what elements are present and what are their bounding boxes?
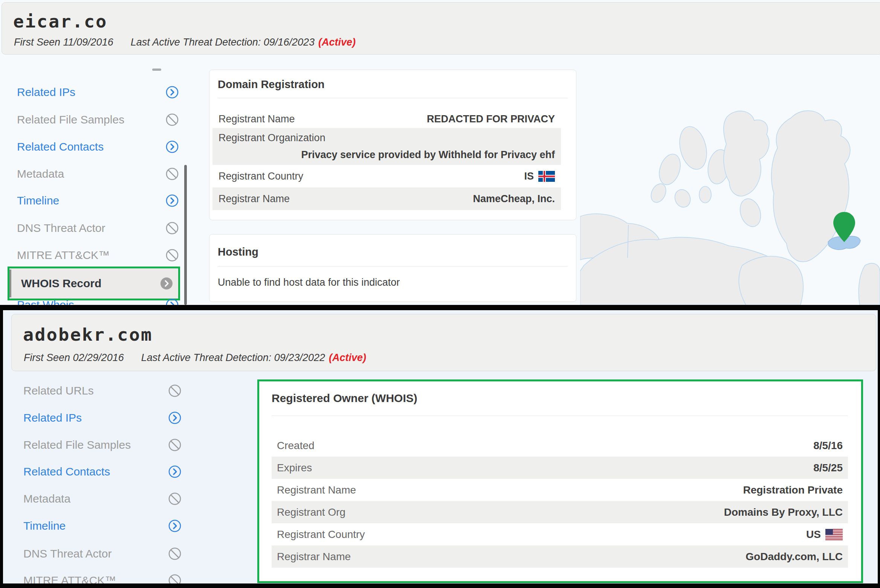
card-title: Registered Owner (WHOIS): [272, 392, 417, 405]
clipped-icon-above: [152, 69, 161, 71]
sidebar-item-related-file-samples: Related File Samples: [17, 112, 179, 127]
row-value: Privacy service provided by Withheld for…: [218, 149, 555, 161]
table-row: Registrant Name REDACTED FOR PRIVACY: [212, 110, 561, 128]
row-label: Registrant Org: [277, 506, 345, 518]
sidebar-item-mitre-attack: MITRE ATT&CK™: [23, 573, 182, 583]
chevron-circle-icon[interactable]: [165, 140, 179, 154]
sidebar-item-label: Past Whois: [17, 299, 74, 305]
table-row: Registrar Name GoDaddy.com, LLC: [272, 545, 848, 568]
no-entry-icon: [165, 221, 179, 235]
no-entry-icon: [165, 248, 179, 262]
sidebar-item-past-whois[interactable]: Past Whois: [17, 297, 179, 305]
row-value: Registration Private: [743, 484, 843, 496]
domain-registration-card: Domain Registration Registrant Name REDA…: [209, 70, 576, 220]
row-label: Registrar Name: [277, 551, 351, 563]
chevron-circle-icon[interactable]: [165, 298, 179, 305]
sidebar-item-label: MITRE ATT&CK™: [17, 249, 110, 262]
screenshot-eicar: eicar.co First Seen 11/09/2016 Last Acti…: [0, 0, 880, 305]
registered-owner-card: Registered Owner (WHOIS) Created 8/5/16 …: [259, 381, 861, 581]
sidebar-item-related-contacts[interactable]: Related Contacts: [17, 139, 179, 154]
table-row: Registrant Country IS: [212, 165, 561, 187]
sidebar-item-label: Related Contacts: [23, 465, 110, 478]
divider: [272, 416, 848, 416]
screenshot-adobekr-frame: adobekr.com First Seen 02/29/2016 Last A…: [0, 305, 880, 588]
chevron-circle-icon[interactable]: [168, 411, 182, 425]
sidebar-item-dns-threat-actor: DNS Threat Actor: [23, 546, 182, 562]
sidebar-item-label: Related URLs: [23, 384, 94, 397]
table-row: Registrant Org Domains By Proxy, LLC: [272, 501, 848, 523]
sidebar-item-label: Related File Samples: [23, 439, 131, 451]
no-entry-icon: [168, 492, 182, 506]
last-active-text: Last Active Threat Detection: 09/23/2022: [141, 352, 325, 364]
page-title: eicar.co: [13, 11, 107, 32]
chevron-circle-icon[interactable]: [168, 519, 182, 533]
table-row: Expires 8/5/25: [272, 457, 848, 479]
row-label: Registrar Name: [218, 193, 290, 205]
page-title: adobekr.com: [23, 324, 153, 345]
sidebar-scrollbar[interactable]: [184, 165, 187, 305]
first-seen-text: First Seen 11/09/2016: [14, 37, 113, 48]
sidebar-item-label: Timeline: [17, 194, 59, 207]
table-row: Created 8/5/16: [272, 434, 848, 457]
row-label: Registrant Name: [277, 484, 356, 496]
annotation-box-whois-record: [8, 267, 180, 300]
sidebar-item-timeline[interactable]: Timeline: [23, 518, 182, 534]
row-label: Created: [277, 440, 315, 452]
card-title: Domain Registration: [218, 78, 325, 91]
row-value: IS: [524, 171, 534, 182]
iceland-flag-icon: [538, 171, 555, 182]
sidebar-item-metadata: Metadata: [17, 166, 179, 181]
row-value: 8/5/25: [813, 462, 843, 474]
screenshot-adobekr: adobekr.com First Seen 02/29/2016 Last A…: [3, 310, 878, 583]
first-seen-text: First Seen 02/29/2016: [24, 352, 124, 364]
chevron-circle-icon[interactable]: [165, 85, 179, 99]
row-value: NameCheap, Inc.: [473, 193, 555, 205]
hosting-card: Hosting Unable to find host data for thi…: [209, 234, 576, 302]
table-row: Registrant Organization Privacy service …: [212, 128, 561, 165]
sidebar-item-related-file-samples: Related File Samples: [23, 437, 182, 453]
sidebar-item-label: MITRE ATT&CK™: [23, 574, 116, 583]
row-label: Expires: [277, 462, 312, 474]
row-label: Registrant Organization: [218, 132, 555, 144]
sidebar-item-metadata: Metadata: [23, 491, 182, 507]
row-value: Domains By Proxy, LLC: [724, 506, 843, 518]
row-value: GoDaddy.com, LLC: [746, 551, 843, 563]
sidebar-item-related-ips[interactable]: Related IPs: [23, 410, 182, 426]
no-entry-icon: [168, 574, 182, 583]
sidebar-item-label: DNS Threat Actor: [23, 547, 112, 560]
row-label: Registrant Country: [218, 171, 303, 182]
no-entry-icon: [168, 384, 182, 398]
chevron-circle-icon[interactable]: [165, 194, 179, 207]
sidebar-item-dns-threat-actor: DNS Threat Actor: [17, 221, 179, 236]
sidebar-item-related-urls: Related URLs: [23, 383, 182, 399]
sidebar-item-label: Metadata: [23, 492, 70, 505]
table-row: Registrant Name Registration Private: [272, 479, 848, 501]
row-value: 8/5/16: [813, 440, 843, 452]
sidebar-item-related-ips[interactable]: Related IPs: [17, 85, 179, 100]
sidebar-item-label: DNS Threat Actor: [17, 222, 105, 235]
us-flag-icon: [825, 529, 843, 540]
no-entry-icon: [165, 113, 179, 126]
hosting-empty-message: Unable to find host data for this indica…: [218, 277, 400, 288]
row-label: Registrant Name: [218, 113, 295, 125]
annotation-box-whois-panel: Registered Owner (WHOIS) Created 8/5/16 …: [257, 379, 863, 583]
sidebar-item-label: Metadata: [17, 168, 64, 180]
sidebar-item-timeline[interactable]: Timeline: [17, 193, 179, 208]
sidebar-left-scroll-mark: [9, 270, 11, 297]
sidebar-item-label: Related IPs: [17, 86, 75, 99]
domain-header: adobekr.com First Seen 02/29/2016 Last A…: [11, 314, 876, 371]
active-badge: (Active): [318, 37, 356, 48]
sidebar-item-related-contacts[interactable]: Related Contacts: [23, 464, 182, 480]
sidebar-item-label: Related Contacts: [17, 140, 104, 153]
no-entry-icon: [168, 438, 182, 452]
table-row: Registrant Country US: [272, 523, 848, 545]
sidebar-item-label: Related IPs: [23, 411, 82, 424]
divider: [218, 266, 568, 267]
sidebar-item-label: Timeline: [23, 519, 66, 532]
card-title: Hosting: [218, 246, 258, 258]
row-value: US: [806, 529, 821, 541]
last-active-text: Last Active Threat Detection: 09/16/2023: [131, 37, 315, 48]
domain-header: eicar.co First Seen 11/09/2016 Last Acti…: [2, 2, 880, 55]
chevron-circle-icon[interactable]: [168, 465, 182, 478]
world-map: [580, 55, 880, 305]
